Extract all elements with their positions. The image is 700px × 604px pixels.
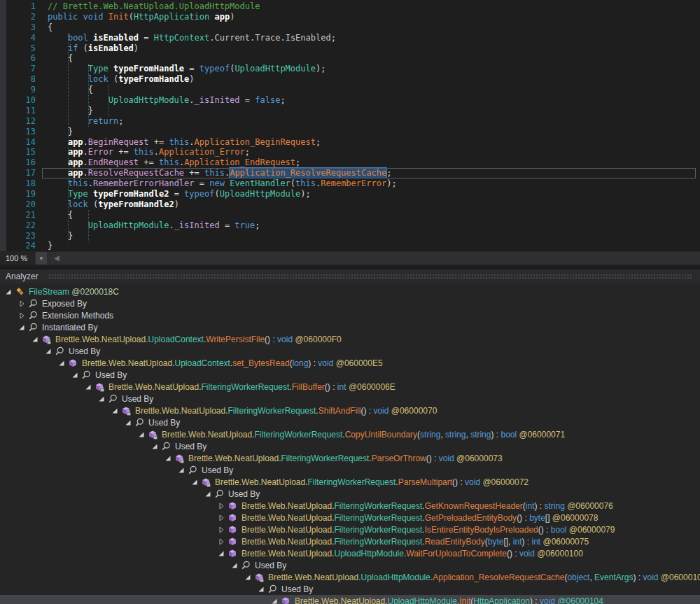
- line-number[interactable]: 20: [6, 199, 36, 210]
- tree-row[interactable]: Brettle.Web.NeatUpload.FilteringWorkerRe…: [0, 524, 700, 535]
- line-code[interactable]: lock (typeFromHandle): [42, 74, 696, 85]
- tree-row[interactable]: Used By: [0, 583, 700, 595]
- line-number[interactable]: 6: [6, 53, 36, 64]
- tree-row[interactable]: Brettle.Web.NeatUpload.FilteringWorkerRe…: [0, 512, 700, 524]
- line-code[interactable]: lock (typeFromHandle2): [42, 199, 696, 210]
- collapsed-expander-icon[interactable]: [217, 526, 227, 534]
- tree-row[interactable]: Used By: [0, 393, 700, 405]
- tree-row[interactable]: Brettle.Web.NeatUpload.FilteringWorkerRe…: [0, 381, 700, 393]
- code-line[interactable]: 18 this.RememberErrorHandler = new Event…: [0, 178, 700, 189]
- code-line[interactable]: 19 Type typeFromHandle2 = typeof(UploadH…: [0, 189, 700, 199]
- expanded-expander-icon[interactable]: [4, 288, 14, 296]
- tree-row[interactable]: Used By: [0, 488, 700, 500]
- tree-row-selected[interactable]: Brettle.Web.NeatUpload.UploadHttpModule.…: [0, 595, 700, 604]
- tree-row[interactable]: Brettle.Web.NeatUpload.UploadHttpModule.…: [0, 571, 700, 583]
- expanded-expander-icon[interactable]: [190, 478, 200, 486]
- code-line[interactable]: 4 bool isEnabled = HttpContext.Current.T…: [0, 33, 700, 43]
- code-line[interactable]: 17 app.ResolveRequestCache += this.Appli…: [0, 168, 700, 178]
- line-number[interactable]: 11: [6, 106, 36, 116]
- line-number[interactable]: 13: [6, 127, 36, 137]
- line-number[interactable]: 22: [6, 220, 36, 231]
- line-code[interactable]: if (isEnabled): [42, 43, 696, 54]
- expanded-expander-icon[interactable]: [270, 597, 280, 604]
- code-line[interactable]: 5 if (isEnabled): [0, 43, 700, 54]
- code-line[interactable]: 15 app.Error += this.Application_Error;: [0, 147, 700, 157]
- line-code[interactable]: }: [42, 127, 696, 137]
- tree-row[interactable]: Used By: [0, 464, 700, 476]
- analyzer-header[interactable]: Analyzer: [0, 269, 700, 283]
- tree-row[interactable]: Brettle.Web.NeatUpload.FilteringWorkerRe…: [0, 500, 700, 512]
- line-code[interactable]: Type typeFromHandle = typeof(UploadHttpM…: [42, 64, 696, 74]
- tree-row[interactable]: Exposed By: [0, 297, 700, 309]
- tree-row[interactable]: Brettle.Web.NeatUpload.FilteringWorkerRe…: [0, 428, 700, 440]
- expanded-expander-icon[interactable]: [18, 323, 27, 332]
- tree-row[interactable]: Instantiated By: [0, 321, 700, 333]
- code-line[interactable]: 22 UploadHttpModule._isInited = true;: [0, 220, 700, 231]
- expanded-expander-icon[interactable]: [164, 454, 174, 463]
- zoom-level-control[interactable]: 100 %: [0, 252, 35, 265]
- line-code[interactable]: {: [42, 53, 696, 64]
- line-number[interactable]: 7: [6, 64, 36, 74]
- expanded-expander-icon[interactable]: [84, 383, 94, 391]
- horizontal-scrollbar[interactable]: ◀: [50, 252, 700, 265]
- collapsed-expander-icon[interactable]: [18, 300, 27, 308]
- code-line[interactable]: 21 {: [0, 210, 700, 220]
- line-code[interactable]: }: [42, 106, 696, 116]
- line-number[interactable]: 3: [6, 22, 36, 33]
- line-number[interactable]: 21: [6, 210, 36, 220]
- line-number[interactable]: 2: [6, 12, 36, 22]
- line-code[interactable]: {: [42, 210, 696, 220]
- code-line[interactable]: 6 {: [0, 53, 700, 64]
- code-line[interactable]: 12 return;: [0, 116, 700, 127]
- collapsed-expander-icon[interactable]: [217, 538, 227, 546]
- expanded-expander-icon[interactable]: [57, 359, 67, 367]
- line-code[interactable]: bool isEnabled = HttpContext.Current.Tra…: [42, 33, 696, 43]
- expanded-expander-icon[interactable]: [150, 442, 160, 451]
- line-number[interactable]: 9: [6, 85, 36, 95]
- tree-row[interactable]: Used By: [0, 440, 700, 452]
- line-number[interactable]: 15: [6, 147, 36, 157]
- code-line[interactable]: 7 Type typeFromHandle = typeof(UploadHtt…: [0, 64, 700, 74]
- line-code[interactable]: public void Init(HttpApplication app): [42, 12, 696, 22]
- line-code[interactable]: UploadHttpModule._isInited = false;: [42, 95, 696, 106]
- code-line[interactable]: 20 lock (typeFromHandle2): [0, 199, 700, 210]
- line-code[interactable]: app.EndRequest += this.Application_EndRe…: [42, 157, 696, 168]
- line-number[interactable]: 18: [6, 178, 36, 189]
- code-line[interactable]: 8 lock (typeFromHandle): [0, 74, 700, 85]
- tree-row[interactable]: Brettle.Web.NeatUpload.FilteringWorkerRe…: [0, 452, 700, 464]
- code-line[interactable]: 2public void Init(HttpApplication app): [0, 12, 700, 22]
- tree-row[interactable]: Used By: [0, 345, 700, 357]
- code-line[interactable]: 24}: [0, 241, 700, 251]
- collapsed-expander-icon[interactable]: [217, 514, 227, 522]
- expanded-expander-icon[interactable]: [44, 347, 54, 356]
- code-line[interactable]: 13 }: [0, 127, 700, 137]
- tree-row[interactable]: Used By: [0, 416, 700, 428]
- expanded-expander-icon[interactable]: [217, 549, 227, 558]
- line-code[interactable]: }: [42, 231, 696, 241]
- tree-row[interactable]: Brettle.Web.NeatUpload.FilteringWorkerRe…: [0, 535, 700, 547]
- code-line[interactable]: 11 }: [0, 106, 700, 116]
- code-line[interactable]: 3{: [0, 22, 700, 33]
- line-number[interactable]: 12: [6, 116, 36, 127]
- tree-row[interactable]: Brettle.Web.NeatUpload.UploadContext.Wri…: [0, 333, 700, 345]
- code-line[interactable]: 1// Brettle.Web.NeatUpload.UploadHttpMod…: [0, 1, 700, 12]
- tree-row[interactable]: Used By: [0, 559, 700, 571]
- code-line[interactable]: 14 app.BeginRequest += this.Application_…: [0, 137, 700, 148]
- current-line-code[interactable]: app.ResolveRequestCache += this.Applicat…: [42, 168, 696, 178]
- line-code[interactable]: // Brettle.Web.NeatUpload.UploadHttpModu…: [42, 1, 696, 12]
- expanded-expander-icon[interactable]: [177, 466, 187, 475]
- expanded-expander-icon[interactable]: [71, 371, 80, 379]
- code-editor[interactable]: 1// Brettle.Web.NeatUpload.UploadHttpMod…: [0, 0, 700, 251]
- line-number[interactable]: 24: [6, 241, 36, 251]
- chevron-down-icon[interactable]: ▼: [35, 252, 47, 265]
- expanded-expander-icon[interactable]: [257, 585, 267, 594]
- line-number[interactable]: 16: [6, 157, 36, 168]
- expanded-expander-icon[interactable]: [137, 430, 147, 439]
- line-code[interactable]: this.RememberErrorHandler = new EventHan…: [42, 178, 696, 189]
- line-code[interactable]: app.Error += this.Application_Error;: [42, 147, 696, 157]
- code-line[interactable]: 23 }: [0, 231, 700, 241]
- line-number[interactable]: 14: [6, 137, 36, 148]
- code-line[interactable]: 16 app.EndRequest += this.Application_En…: [0, 157, 700, 168]
- line-number[interactable]: 4: [6, 33, 36, 43]
- expanded-expander-icon[interactable]: [111, 407, 120, 415]
